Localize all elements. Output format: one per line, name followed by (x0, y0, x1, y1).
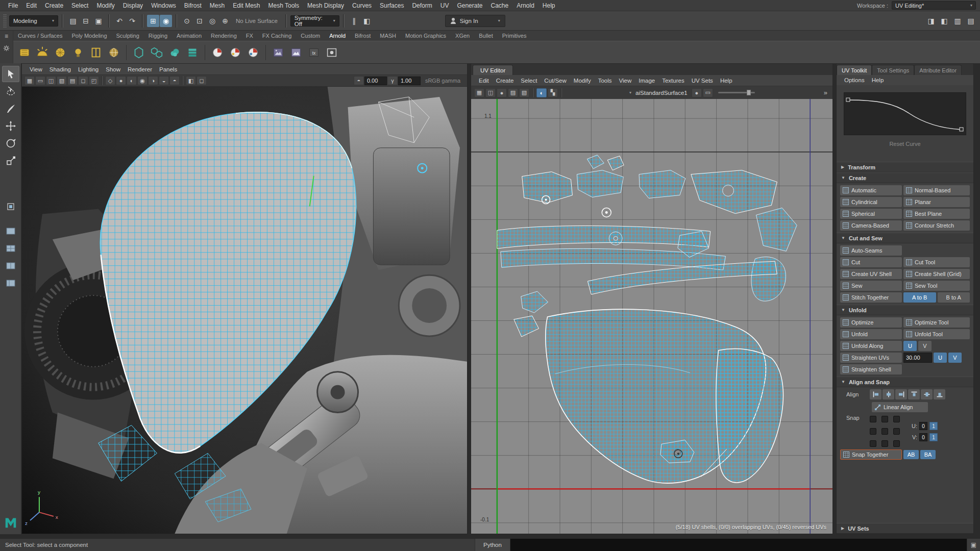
menu-item[interactable]: Edit (22, 2, 41, 9)
align-min-u-button[interactable] (870, 389, 881, 399)
menu-item[interactable]: Cache (486, 2, 512, 9)
menu-item[interactable]: Curves (348, 2, 376, 9)
viewport-menu-item[interactable]: Shading (46, 66, 75, 72)
menu-set-selector[interactable]: Modeling ▾ (9, 15, 58, 27)
outliner-toggle-icon[interactable]: ▤ (965, 15, 977, 27)
uv-projection-button[interactable]: Automatic (840, 185, 902, 195)
image-dim-slider[interactable] (718, 92, 755, 93)
make-live-icon[interactable]: ⊕ (219, 15, 231, 27)
expand-toolbar-icon[interactable]: » (822, 89, 829, 96)
two-pane-layout-button[interactable] (2, 258, 19, 274)
uv-canvas[interactable]: 1.1 -0.1 (5/18) UV shells, (0/0) overlap… (471, 99, 832, 534)
menu-item[interactable]: Help (538, 2, 559, 9)
shadows-icon[interactable]: ◑ (148, 76, 158, 85)
tab-tool-settings[interactable]: Tool Settings (872, 65, 914, 75)
optimize-button[interactable]: Optimize (840, 317, 902, 328)
menu-item[interactable]: Modify (92, 2, 118, 9)
command-language-toggle[interactable]: Python (475, 539, 510, 551)
shelf-tab[interactable]: FX Caching (258, 32, 296, 40)
cut-button[interactable]: Cut (840, 257, 902, 267)
snap-to-point-icon[interactable]: ◉ (160, 15, 172, 27)
optimize-tool-button[interactable]: Optimize Tool (903, 317, 970, 328)
b-to-a-button[interactable]: B to A (938, 292, 970, 303)
uv-lattice-tool-icon[interactable]: ▦ (474, 88, 484, 97)
tool-settings-toggle-icon[interactable]: ◧ (938, 15, 950, 27)
u-max-field[interactable]: 1 (929, 422, 938, 430)
motion-blur-icon[interactable]: ◓ (169, 76, 180, 85)
uv-editor-menu-item[interactable]: Cut/Sew (541, 78, 570, 84)
shelf-tab[interactable]: Custom (296, 32, 325, 40)
auto-seams-button[interactable]: Auto-Seams (840, 245, 902, 256)
shelf-tab[interactable]: Primitives (498, 32, 531, 40)
snap-checkbox[interactable] (881, 428, 888, 435)
soft-select-falloff-curve[interactable] (844, 92, 966, 135)
new-scene-icon[interactable]: ▤ (67, 15, 79, 27)
align-max-u-button[interactable] (895, 389, 907, 399)
section-transform[interactable]: ▶ Transform (837, 162, 973, 172)
snap-ab-button[interactable]: AB (903, 450, 919, 459)
menu-item[interactable]: File (4, 2, 22, 9)
update-psd-icon[interactable]: ● (692, 88, 702, 97)
straighten-uvs-button[interactable]: Straighten UVs (840, 353, 902, 363)
menu-item[interactable]: Bifrost (180, 2, 206, 9)
gate-mask-icon[interactable]: ▧ (57, 76, 67, 85)
scale-tool-button[interactable] (2, 153, 19, 169)
exposure-icon[interactable]: ◓ (354, 76, 364, 85)
safe-title-icon[interactable]: ◰ (89, 76, 99, 85)
a-to-b-button[interactable]: A to B (903, 292, 936, 303)
render-settings-icon[interactable] (324, 44, 340, 61)
pause-viewport-icon[interactable]: ∥ (348, 15, 360, 27)
shelf-tab[interactable]: Rigging (144, 32, 172, 40)
menu-item[interactable]: Deform (408, 2, 436, 9)
snap-checkbox[interactable] (870, 440, 876, 447)
uv-editor-menu-item[interactable]: Modify (570, 78, 595, 84)
gamma-field[interactable] (398, 77, 421, 85)
straighten-shell-button[interactable]: Straighten Shell (840, 364, 902, 374)
snap-checkbox[interactable] (893, 428, 900, 435)
snap-to-grid-icon[interactable]: ⊞ (147, 15, 159, 27)
uv-projection-button[interactable]: Cylindrical (840, 197, 902, 207)
shelf-tab[interactable]: MASH (375, 32, 401, 40)
resolution-gate-icon[interactable]: ◫ (46, 76, 56, 85)
align-center-v-button[interactable] (921, 389, 933, 399)
area-light-icon[interactable] (16, 44, 33, 61)
shelf-tab[interactable]: Animation (172, 32, 206, 40)
uv-projection-button[interactable]: Spherical (840, 209, 902, 219)
interactive-shading-icon[interactable]: ◧ (361, 15, 373, 27)
section-align-and-snap[interactable]: ▼ Align and Snap (837, 377, 973, 387)
snap-to-plane-icon[interactable]: ⊡ (193, 15, 206, 27)
tx-manager-icon[interactable]: tx (306, 44, 322, 61)
command-line-input[interactable] (510, 539, 967, 551)
reset-curve-button[interactable]: Reset Curve (837, 139, 973, 148)
uv-projection-button[interactable]: Contour Stretch (903, 220, 970, 231)
slider-handle[interactable] (747, 90, 751, 95)
display-checker-icon[interactable]: ▚ (548, 88, 558, 97)
align-max-v-button[interactable] (908, 389, 920, 399)
uv-editor-menu-item[interactable]: Edit (475, 78, 493, 84)
straighten-v-button[interactable]: V (948, 353, 962, 363)
menu-item[interactable]: Arnold (512, 2, 538, 9)
uv-smudge-tool-icon[interactable]: ● (497, 88, 507, 97)
menu-item[interactable]: Create (41, 2, 67, 9)
textured-display-icon[interactable]: ◐ (127, 76, 137, 85)
open-scene-icon[interactable]: ⊟ (80, 15, 92, 27)
snap-checkbox[interactable] (893, 440, 900, 447)
shelf-tab[interactable]: Sculpting (112, 32, 144, 40)
create-uv-shell-button[interactable]: Create UV Shell (840, 269, 902, 279)
menu-item[interactable]: Display (119, 2, 147, 9)
uv-editor-menu-item[interactable]: Help (717, 78, 736, 84)
viewport-menu-item[interactable]: Lighting (75, 66, 102, 72)
attribute-editor-toggle-icon[interactable]: ◨ (925, 15, 937, 27)
uv-editor-menu-item[interactable]: UV Sets (688, 78, 717, 84)
shelf-tab[interactable]: FX (241, 32, 258, 40)
snap-checkbox[interactable] (881, 416, 888, 422)
paint-select-tool-button[interactable] (2, 101, 19, 117)
lasso-tool-button[interactable] (2, 83, 19, 99)
physical-sky-icon[interactable] (106, 44, 122, 61)
tab-uv-editor[interactable]: UV Editor (473, 65, 513, 75)
chevron-down-icon[interactable]: ▾ (627, 90, 631, 95)
xray-icon[interactable]: ◧ (186, 76, 196, 85)
shelf-tab[interactable]: Rendering (206, 32, 241, 40)
grid-toggle-icon[interactable]: ▦ (24, 76, 35, 85)
wireframe-display-icon[interactable]: ◇ (105, 76, 115, 85)
